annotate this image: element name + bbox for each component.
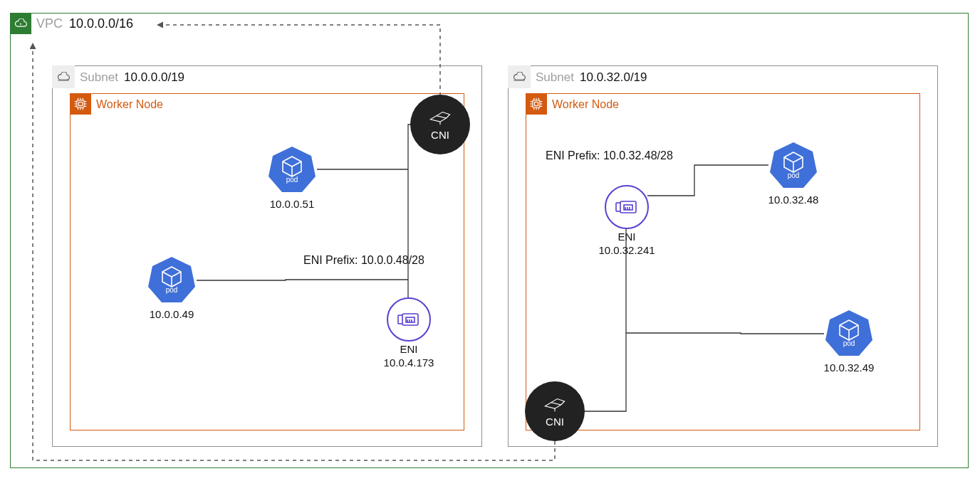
eni-prefix-label: ENI Prefix: (303, 254, 358, 266)
pod-ip: 10.0.32.48 (766, 194, 821, 206)
subnet-label: Subnet (80, 70, 118, 85)
cni-label: CNI (431, 129, 449, 141)
svg-point-19 (523, 80, 525, 81)
pod-label: pod (267, 176, 317, 184)
subnet-icon (52, 65, 75, 88)
eni-ip: 10.0.4.173 (384, 356, 434, 369)
svg-point-18 (514, 80, 516, 81)
subnet-label: Subnet (536, 70, 574, 85)
svg-rect-65 (620, 201, 636, 213)
vpc-cidr: 10.0.0.0/16 (69, 16, 133, 31)
pod-label: pod (147, 286, 197, 294)
pod-ip: 10.0.0.49 (149, 308, 194, 320)
svg-rect-47 (402, 314, 418, 325)
pod-icon: pod (147, 255, 197, 305)
vpc-group: VPC 10.0.0.0/16 Subnet 10.0.0.0/19 (10, 13, 969, 468)
svg-point-1 (58, 80, 60, 81)
vpc-label: VPC (36, 16, 63, 31)
pod-ip: 10.0.0.51 (269, 198, 315, 210)
cni-label: CNI (546, 416, 564, 428)
eni-prefix: 10.0.32.48/28 (603, 149, 673, 162)
cni-icon (428, 109, 452, 127)
svg-point-2 (68, 80, 69, 81)
subnet-icon (508, 65, 531, 88)
svg-rect-21 (533, 100, 540, 107)
eni-prefix-label: ENI Prefix: (546, 149, 600, 162)
eni-ip: 10.0.32.241 (598, 244, 655, 256)
eni-icon (605, 185, 649, 229)
worker-node-icon (70, 93, 91, 115)
pod-icon: pod (768, 140, 818, 190)
svg-rect-22 (535, 102, 538, 106)
cni-badge-left: CNI (410, 95, 470, 154)
svg-rect-4 (77, 100, 84, 107)
cni-icon (543, 396, 567, 414)
eni-icon (387, 297, 431, 342)
svg-point-0 (20, 23, 21, 25)
worker-node-label: Worker Node (552, 98, 619, 111)
worker-node-icon (526, 93, 547, 115)
pod-icon: pod (824, 308, 874, 358)
subnet-cidr: 10.0.0.0/19 (124, 70, 184, 85)
svg-rect-5 (79, 102, 83, 106)
cni-badge-right: CNI (525, 381, 585, 441)
subnet-cidr: 10.0.32.0/19 (580, 70, 647, 85)
eni-name: ENI (400, 343, 417, 355)
pod-ip: 10.0.32.49 (821, 361, 877, 374)
eni-name: ENI (617, 231, 635, 243)
eni-prefix: 10.0.0.48/28 (361, 254, 424, 266)
pod-label: pod (824, 339, 874, 347)
worker-node-right: Worker Node (526, 93, 920, 430)
worker-node-label: Worker Node (96, 98, 163, 111)
pod-label: pod (768, 171, 818, 179)
vpc-icon (10, 13, 31, 34)
pod-icon: pod (267, 144, 317, 194)
